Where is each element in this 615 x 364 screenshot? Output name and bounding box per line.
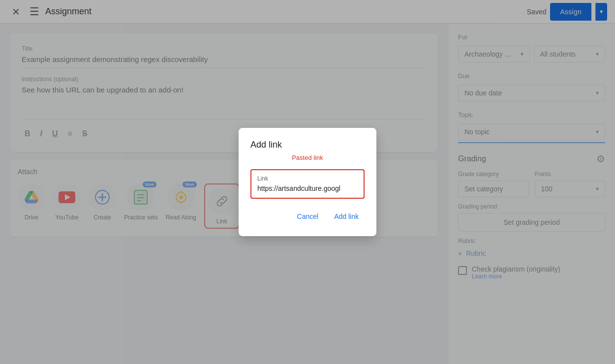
modal-input-label: Link [257,175,358,182]
add-link-modal: Add link Pasted link Link Cancel Add lin… [239,128,376,236]
cancel-button[interactable]: Cancel [291,209,325,224]
modal-title: Add link [250,140,282,150]
modal-buttons: Cancel Add link [250,209,365,224]
modal-overlay: Add link Pasted link Link Cancel Add lin… [0,0,615,364]
modal-subtitle: Pasted link [250,154,365,161]
add-link-button[interactable]: Add link [328,209,365,224]
link-input[interactable] [257,184,358,192]
modal-input-wrapper: Link [250,169,365,199]
